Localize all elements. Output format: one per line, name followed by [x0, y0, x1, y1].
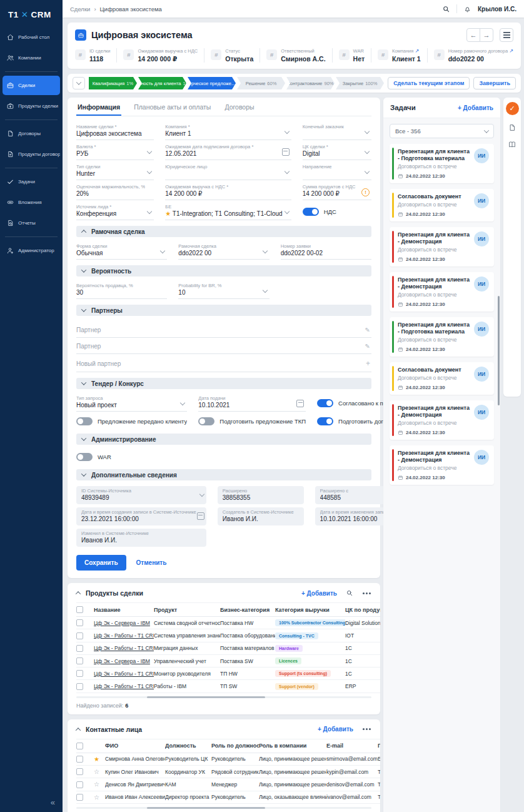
toggle-switch[interactable]: [76, 453, 93, 461]
sidebar-item[interactable]: Администратор: [3, 241, 60, 260]
table-row[interactable]: Смирнова Анна Олеговна Руководитель ЦК Р…: [76, 753, 380, 765]
tasks-filter-select[interactable]: Все - 356: [390, 124, 494, 138]
pipeline-stage[interactable]: Ценность для клиента10%: [138, 77, 186, 89]
table-search-icon[interactable]: [346, 589, 353, 597]
assignee-avatar[interactable]: ИИ: [474, 193, 489, 208]
table-row[interactable]: Денисов Ян Дмитриевич КАМ Менеджер Лицо,…: [76, 778, 380, 791]
form-field[interactable]: Оценочная маржинальность, % 20%: [76, 183, 154, 200]
column-header[interactable]: ЦК по продукту: [345, 603, 380, 617]
form-tab[interactable]: Плановые акты и оплаты: [133, 98, 212, 116]
form-field[interactable]: Конечный заказчик: [303, 123, 371, 140]
list-view-button[interactable]: [500, 28, 513, 42]
table-menu-icon[interactable]: [366, 592, 368, 594]
chevron-up-icon[interactable]: [76, 591, 81, 596]
assignee-avatar[interactable]: ИИ: [474, 450, 489, 465]
sidebar-item[interactable]: Продукты договора: [3, 145, 60, 164]
table-row[interactable]: Иванов Иван Алексеевич Директор проекта …: [76, 791, 380, 803]
section-header-partners[interactable]: Партнеры: [76, 305, 371, 316]
assignee-avatar[interactable]: ИИ: [474, 277, 489, 292]
assignee-avatar[interactable]: ИИ: [474, 322, 489, 337]
assignee-avatar[interactable]: ИИ: [474, 405, 489, 420]
row-checkbox[interactable]: [76, 683, 83, 690]
section-header-extra[interactable]: Дополнительные сведения: [76, 469, 371, 480]
column-header[interactable]: Роль по должности: [211, 739, 259, 753]
section-header-admin[interactable]: Администрирование: [76, 434, 371, 445]
breadcrumb-root[interactable]: Сделки: [70, 6, 90, 13]
sidebar-item[interactable]: Отчеты: [3, 213, 60, 233]
sidebar-item[interactable]: Продукты сделки: [3, 96, 60, 116]
sidebar-item[interactable]: Договоры: [3, 124, 60, 143]
column-header[interactable]: Должность: [165, 739, 211, 753]
assignee-avatar[interactable]: ИИ: [474, 367, 489, 382]
row-checkbox[interactable]: [76, 756, 83, 763]
row-checkbox[interactable]: [76, 657, 83, 664]
form-field[interactable]: Ожидаемая дата подписания договора * 12.…: [165, 143, 291, 160]
star-icon[interactable]: [94, 794, 99, 801]
product-name-link[interactable]: Цф Эк - Работы - Т1 CRM: [94, 645, 154, 651]
toggle-switch[interactable]: [317, 399, 333, 407]
add-contact-button[interactable]: Добавить: [318, 726, 353, 733]
toggle-switch[interactable]: [303, 208, 319, 216]
sidebar-item[interactable]: Рабочий стол: [3, 28, 60, 47]
form-field[interactable]: Сумма продуктов с НДС 14 200 000 ₽: [303, 183, 371, 200]
tasks-rail-icon[interactable]: ✓: [506, 102, 519, 115]
row-checkbox[interactable]: [76, 619, 83, 626]
star-icon[interactable]: [94, 781, 99, 788]
form-field[interactable]: Форма сделки Обычная: [76, 243, 167, 260]
partner-action-icon[interactable]: [365, 343, 370, 350]
form-field[interactable]: Юридическое лицо: [165, 163, 291, 180]
form-tab[interactable]: Информация: [76, 98, 121, 116]
partner-field[interactable]: Партнер: [76, 322, 371, 338]
nds-toggle[interactable]: НДС: [303, 205, 371, 218]
task-card[interactable]: Презентация для клиента - Демонстрация Д…: [390, 445, 494, 485]
task-card[interactable]: Согласовать документ Договориться о встр…: [390, 362, 494, 395]
partner-action-icon[interactable]: [365, 327, 370, 333]
form-field[interactable]: Номер заявки ddo2022 00-02: [281, 243, 371, 260]
pipeline-stage[interactable]: Коммерческое предложе...25%: [188, 77, 236, 89]
form-field[interactable]: Рамочная сделка ddo2022 00: [178, 243, 269, 260]
war-toggle[interactable]: WAR: [76, 450, 371, 464]
task-card[interactable]: Презентация для клиента - Демонстрация Д…: [390, 227, 494, 266]
table-row[interactable]: Цф Эк - Работы - Т1 CRM Работы - IBM ТП …: [76, 680, 380, 693]
partner-field[interactable]: Партнер: [76, 338, 371, 354]
form-field[interactable]: Тип сделки Hunter: [76, 163, 154, 180]
table-row[interactable]: Цф Эк - Работы - Т1 CRM Монитор руководи…: [76, 667, 380, 680]
pipeline-stage[interactable]: Закрытие100%: [336, 77, 384, 89]
notifications-bell-icon[interactable]: [463, 5, 471, 13]
form-tab[interactable]: Договоры: [223, 98, 255, 116]
column-header[interactable]: Категория выручки: [275, 603, 345, 617]
form-field[interactable]: Тип запроса Новый проект: [76, 395, 187, 412]
form-field[interactable]: ЦК сделки * Digital: [303, 143, 371, 160]
product-name-link[interactable]: Цф Эк - Сервера - IBM: [94, 658, 150, 664]
section-header-tender[interactable]: Тендер / Конкурс: [76, 378, 371, 389]
pipeline-stage[interactable]: Квалификация1%: [89, 77, 137, 89]
toggle-switch[interactable]: [76, 417, 93, 425]
collapse-pipeline-button[interactable]: [73, 77, 85, 89]
row-checkbox[interactable]: [76, 768, 83, 775]
column-header[interactable]: Бизнес-категория: [220, 603, 275, 617]
product-name-link[interactable]: Цф Эк - Работы - Т1 CRM: [94, 671, 154, 677]
row-checkbox[interactable]: [76, 645, 83, 652]
sidebar-item[interactable]: Сделки: [3, 76, 60, 95]
search-icon[interactable]: [442, 5, 450, 13]
product-name-link[interactable]: Цф Эк - Работы - Т1 CRM: [94, 632, 154, 639]
partner-action-icon[interactable]: [366, 359, 370, 368]
star-icon[interactable]: [94, 756, 99, 763]
next-record-button[interactable]: →: [480, 28, 493, 42]
table-row[interactable]: Цф Эк - Работы - Т1 CRM Миграция данных …: [76, 642, 380, 654]
form-field[interactable]: Компания * Клиент 1: [165, 123, 291, 140]
finish-deal-button[interactable]: Завершить: [473, 77, 516, 89]
sidebar-item[interactable]: Вложения: [3, 193, 60, 212]
product-name-link[interactable]: Цф Эк - Работы - Т1 CRM: [94, 683, 154, 689]
sidebar-item[interactable]: Задачи: [3, 172, 60, 191]
pipeline-stage[interactable]: Контрактование90%: [286, 77, 335, 89]
knowledge-book-icon[interactable]: [508, 140, 516, 149]
toggle-switch[interactable]: [317, 417, 333, 425]
table-row[interactable]: Купин Олег Иванович Координатор УК Рядов…: [76, 766, 380, 778]
form-field[interactable]: Направление: [303, 163, 371, 180]
form-field[interactable]: Вероятность продавца, % 30: [76, 282, 167, 299]
row-checkbox[interactable]: [76, 781, 83, 788]
column-header[interactable]: Продукт: [154, 603, 220, 617]
task-card[interactable]: Презентация для клиента - Подготовка мат…: [390, 317, 494, 357]
select-all-checkbox[interactable]: [76, 606, 83, 613]
